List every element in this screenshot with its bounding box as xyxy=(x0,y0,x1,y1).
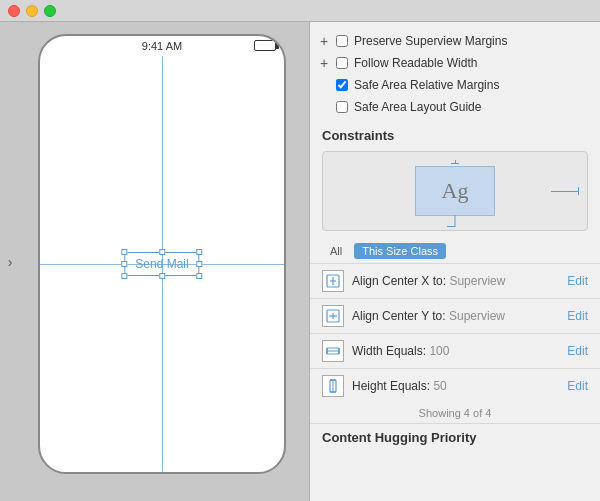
checkbox-preserve-margins: Preserve Superview Margins xyxy=(336,32,507,50)
align-center-y-icon xyxy=(322,305,344,327)
constraints-header: Constraints xyxy=(310,122,600,147)
handle-mid-left[interactable] xyxy=(121,261,127,267)
align-center-y-edit-button[interactable]: Edit xyxy=(567,309,588,323)
handle-top-mid[interactable] xyxy=(159,249,165,255)
minimize-button[interactable] xyxy=(26,5,38,17)
send-mail-container[interactable]: Send Mail xyxy=(124,252,199,276)
checkbox-follow-readable: Follow Readable Width xyxy=(336,54,477,72)
handle-mid-right[interactable] xyxy=(197,261,203,267)
toggle-all-button[interactable]: All xyxy=(322,243,350,259)
send-mail-button[interactable]: Send Mail xyxy=(124,252,199,276)
height-equals-text: Height Equals: 50 xyxy=(352,379,559,393)
handle-bottom-right[interactable] xyxy=(197,273,203,279)
checkbox-preserve-margins-input[interactable] xyxy=(336,35,348,47)
plus-button-2[interactable]: + xyxy=(316,55,332,71)
constraint-row-align-center-x: Align Center X to: Superview Edit xyxy=(310,263,600,298)
content-hugging-header: Content Hugging Priority xyxy=(310,423,600,447)
align-center-x-text: Align Center X to: Superview xyxy=(352,274,559,288)
height-equals-icon xyxy=(322,375,344,397)
align-center-x-edit-button[interactable]: Edit xyxy=(567,274,588,288)
align-center-y-text: Align Center Y to: Superview xyxy=(352,309,559,323)
close-button[interactable] xyxy=(8,5,20,17)
maximize-button[interactable] xyxy=(44,5,56,17)
width-equals-icon xyxy=(322,340,344,362)
align-center-x-icon xyxy=(322,270,344,292)
checkbox-safe-area-relative-input[interactable] xyxy=(336,79,348,91)
width-equals-text: Width Equals: 100 xyxy=(352,344,559,358)
right-panel: + Preserve Superview Margins + Follow Re… xyxy=(310,22,600,501)
side-arrow-button[interactable]: › xyxy=(0,252,20,272)
showing-label: Showing 4 of 4 xyxy=(310,403,600,423)
constraint-diagram: Ag xyxy=(322,151,588,231)
ag-box: Ag xyxy=(415,166,495,216)
handle-bottom-mid[interactable] xyxy=(159,273,165,279)
checkbox-safe-area-guide: Safe Area Layout Guide xyxy=(336,98,481,116)
titlebar xyxy=(0,0,600,22)
checkbox-follow-readable-input[interactable] xyxy=(336,57,348,69)
constraint-row-width-equals: Width Equals: 100 Edit xyxy=(310,333,600,368)
checkbox-safe-area-guide-input[interactable] xyxy=(336,101,348,113)
checkbox-safe-area-relative: Safe Area Relative Margins xyxy=(336,76,499,94)
handle-top-right[interactable] xyxy=(197,249,203,255)
handle-bottom-left[interactable] xyxy=(121,273,127,279)
iphone-status-bar: 9:41 AM xyxy=(40,36,284,56)
canvas-area: › 9:41 AM Send Mail xyxy=(0,22,310,501)
iphone-inner: Send Mail xyxy=(40,56,284,472)
handle-top-left[interactable] xyxy=(121,249,127,255)
main-content: › 9:41 AM Send Mail xyxy=(0,22,600,501)
iphone-frame: 9:41 AM Send Mail xyxy=(38,34,286,474)
constraint-row-height-equals: Height Equals: 50 Edit xyxy=(310,368,600,403)
height-equals-edit-button[interactable]: Edit xyxy=(567,379,588,393)
constraint-row-align-center-y: Align Center Y to: Superview Edit xyxy=(310,298,600,333)
size-class-toggle: All This Size Class xyxy=(310,239,600,263)
width-equals-edit-button[interactable]: Edit xyxy=(567,344,588,358)
plus-button-1[interactable]: + xyxy=(316,33,332,49)
toggle-size-class-button[interactable]: This Size Class xyxy=(354,243,446,259)
battery-icon xyxy=(254,40,276,51)
